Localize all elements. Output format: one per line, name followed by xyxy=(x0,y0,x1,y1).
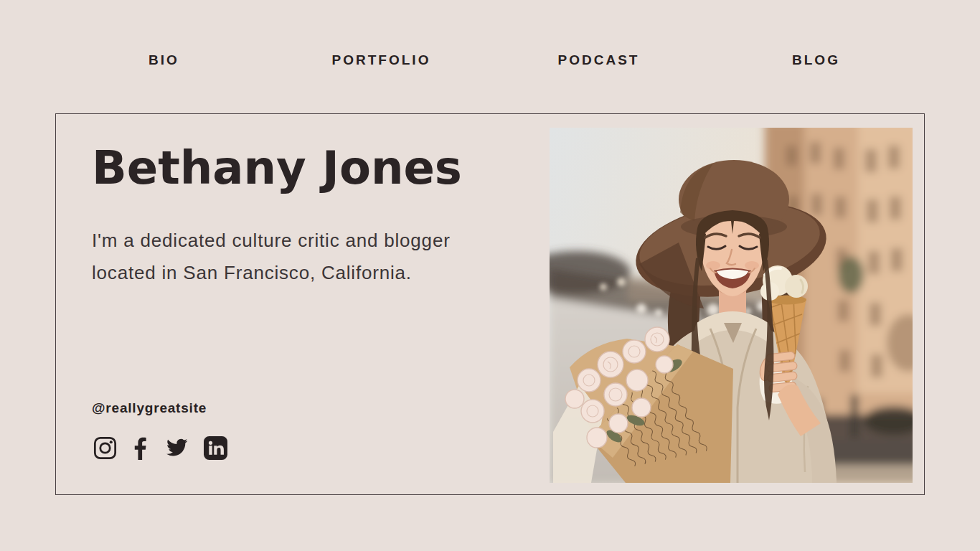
twitter-icon xyxy=(163,436,190,459)
linkedin-link[interactable] xyxy=(204,436,227,460)
twitter-link[interactable] xyxy=(163,436,190,459)
top-navigation: BIO PORTFOLIO PODCAST BLOG xyxy=(55,44,925,76)
profile-card: Bethany Jones I'm a dedicated culture cr… xyxy=(55,113,925,495)
profile-photo xyxy=(550,128,913,483)
profile-info: Bethany Jones I'm a dedicated culture cr… xyxy=(92,114,537,494)
facebook-link[interactable] xyxy=(131,435,149,460)
bio-text: I'm a dedicated culture critic and blogg… xyxy=(92,225,451,289)
social-links-row xyxy=(93,435,227,460)
page-title: Bethany Jones xyxy=(92,141,462,194)
nav-item-podcast[interactable]: PODCAST xyxy=(490,44,707,76)
nav-item-bio[interactable]: BIO xyxy=(55,44,273,76)
nav-item-portfolio[interactable]: PORTFOLIO xyxy=(273,44,490,76)
social-handle: @reallygreatsite xyxy=(92,400,207,416)
linkedin-icon xyxy=(204,436,227,460)
bio-line-2: located in San Francisco, California. xyxy=(92,262,412,283)
instagram-link[interactable] xyxy=(93,436,117,460)
nav-item-blog[interactable]: BLOG xyxy=(707,44,925,76)
facebook-icon xyxy=(131,435,149,460)
bio-line-1: I'm a dedicated culture critic and blogg… xyxy=(92,230,451,251)
instagram-icon xyxy=(93,436,117,460)
